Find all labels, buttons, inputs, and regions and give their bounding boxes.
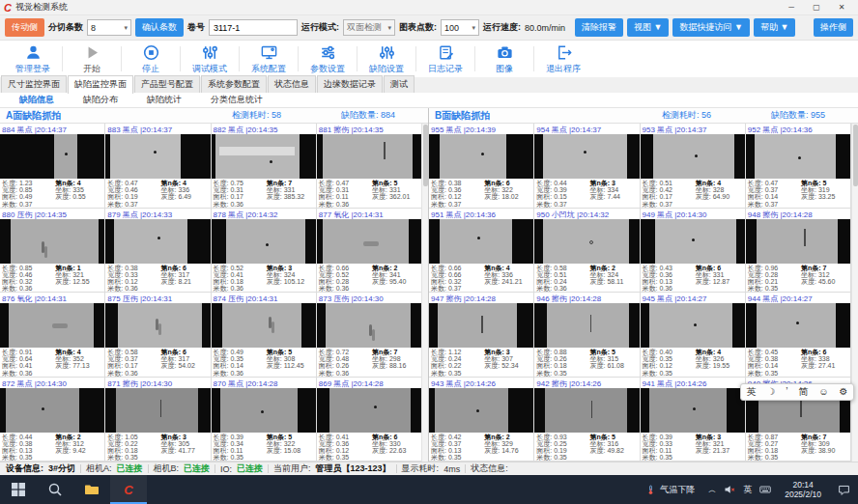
defect-cell-882[interactable]: 882 黑点 |20:14:35长度: 0.75宽度: 0.31面积: 0.17… bbox=[212, 124, 317, 209]
defect-cell-951[interactable]: 951 黑点 |20:14:36长度: 0.66宽度: 0.66面积: 0.32… bbox=[429, 209, 534, 294]
ime-lang-toggle[interactable]: 英 bbox=[746, 384, 756, 400]
defect-cell-883[interactable]: 883 黑点 |20:14:37长度: 0.47宽度: 0.46面积: 0.19… bbox=[105, 124, 211, 209]
ime-halfwidth-toggle[interactable]: ☽ bbox=[766, 384, 775, 400]
defect-cell-949[interactable]: 949 黑点 |20:14:30长度: 0.43宽度: 0.36面积: 0.13… bbox=[641, 209, 746, 294]
scrollbar-thumb[interactable] bbox=[853, 125, 858, 186]
confirm-count-button[interactable]: 确认条数 bbox=[135, 18, 184, 37]
tab-5[interactable]: 状态信息 bbox=[268, 75, 316, 93]
taskbar-app-button[interactable]: C bbox=[110, 475, 147, 504]
defect-cell-945[interactable]: 945 黑点 |20:14:27长度: 0.40宽度: 0.35面积: 0.12… bbox=[641, 293, 746, 378]
action-log-button[interactable]: 日志记录 bbox=[416, 42, 474, 75]
defect-cell-877[interactable]: 877 氧化 |20:14:31长度: 0.66宽度: 0.52面积: 0.28… bbox=[317, 209, 422, 294]
subtab-2[interactable]: 缺陷分布 bbox=[75, 92, 126, 108]
ime-punctuation-toggle[interactable]: ’ bbox=[786, 384, 787, 400]
drive-side-button[interactable]: 传动侧 bbox=[5, 18, 44, 37]
roll-input[interactable] bbox=[209, 19, 298, 36]
defect-metrics-right: 第n条: 5坐标: 331灰度: 362.01 bbox=[372, 180, 419, 208]
subtab-4[interactable]: 分类信息统计 bbox=[203, 92, 271, 108]
action-camera-button[interactable]: 图像 bbox=[475, 42, 533, 75]
slit-count-select[interactable]: 8 bbox=[87, 19, 131, 36]
defect-cell-944[interactable]: 944 黑点 |20:14:27长度: 0.45宽度: 0.38面积: 0.14… bbox=[746, 293, 851, 378]
taskbar-clock[interactable]: 20:14 2025/2/10 bbox=[777, 480, 829, 499]
minimize-button[interactable]: ─ bbox=[779, 0, 804, 14]
ime-settings-icon[interactable]: ⚙ bbox=[839, 384, 847, 400]
defect-cell-941[interactable]: 941 黑点 |20:14:26长度: 0.39宽度: 0.33面积: 0.11… bbox=[641, 378, 746, 462]
view-menu-button[interactable]: 视图 ▼ bbox=[627, 18, 669, 37]
action-exit-button[interactable]: 退出程序 bbox=[534, 42, 592, 75]
notification-center-button[interactable] bbox=[829, 475, 858, 504]
defect-cell-874[interactable]: 874 压伤 |20:14:31长度: 0.49宽度: 0.35面积: 0.14… bbox=[212, 293, 317, 378]
defect-cell-943[interactable]: 943 黑点 |20:14:26长度: 0.42宽度: 0.37面积: 0.13… bbox=[429, 378, 534, 462]
defect-cell-873[interactable]: 873 压伤 |20:14:30长度: 0.72宽度: 0.48面积: 0.26… bbox=[317, 293, 422, 378]
defect-cell-948[interactable]: 948 擦伤 |20:14:28长度: 0.96宽度: 0.28面积: 0.21… bbox=[746, 209, 851, 294]
panel-scrollbar[interactable] bbox=[851, 124, 858, 462]
action-play-button[interactable]: 开始 bbox=[63, 42, 121, 75]
metric-coord: 坐标: 319 bbox=[801, 186, 848, 193]
tab-1[interactable]: 尺寸监控界面 bbox=[1, 75, 67, 93]
data-access-menu-button[interactable]: 数据快捷访问 ▼ bbox=[672, 18, 749, 37]
tab-6[interactable]: 边缘数据记录 bbox=[317, 75, 383, 93]
tab-3[interactable]: 产品型号配置 bbox=[134, 75, 200, 93]
metric-m: 米数: 0.36 bbox=[536, 285, 589, 292]
ime-language-indicator[interactable]: 英 bbox=[743, 484, 752, 496]
defect-cell-869[interactable]: 869 黑点 |20:14:28长度: 0.41宽度: 0.36面积: 0.12… bbox=[317, 378, 422, 462]
scrollbar-thumb[interactable] bbox=[423, 125, 428, 186]
subtab-1[interactable]: 缺陷信息 bbox=[12, 92, 62, 108]
defect-cell-875[interactable]: 875 压伤 |20:14:31长度: 0.58宽度: 0.37面积: 0.17… bbox=[105, 293, 211, 378]
action-user-button[interactable]: 管理登录 bbox=[4, 42, 62, 75]
defect-cell-942[interactable]: 942 擦伤 |20:14:26长度: 0.93宽度: 0.25面积: 0.19… bbox=[534, 378, 640, 462]
defect-image bbox=[534, 134, 639, 179]
defect-cell-884[interactable]: 884 黑点 |20:14:37长度: 1.23宽度: 0.85面积: 0.49… bbox=[0, 124, 105, 209]
defect-cell-870[interactable]: 870 黑点 |20:14:28长度: 0.39宽度: 0.34面积: 0.11… bbox=[212, 378, 317, 462]
volume-muted-icon[interactable] bbox=[724, 484, 735, 495]
taskbar-explorer-button[interactable] bbox=[73, 475, 110, 504]
metric-coord: 坐标: 312 bbox=[801, 271, 848, 278]
taskbar-weather-widget[interactable]: 气温下降 bbox=[638, 475, 702, 504]
defect-cell-955[interactable]: 955 黑点 |20:14:39长度: 0.38宽度: 0.36面积: 0.12… bbox=[429, 124, 534, 209]
defect-cell-879[interactable]: 879 黑点 |20:14:33长度: 0.38宽度: 0.33面积: 0.12… bbox=[105, 209, 211, 294]
tray-chevron-up-icon[interactable]: ︿ bbox=[708, 485, 716, 495]
maximize-button[interactable]: ▢ bbox=[804, 0, 829, 14]
defect-cell-950[interactable]: 950 小凹坑 |20:14:32长度: 0.58宽度: 0.51面积: 0.2… bbox=[534, 209, 640, 294]
defect-info: 长度: 0.42宽度: 0.37面积: 0.13米数: 0.35第n条: 2坐标… bbox=[429, 433, 533, 462]
defect-metrics-left: 长度: 0.38宽度: 0.33面积: 0.12米数: 0.36 bbox=[107, 265, 160, 293]
defect-cell-881[interactable]: 881 擦伤 |20:14:35长度: 0.47宽度: 0.31面积: 0.11… bbox=[317, 124, 422, 209]
ime-emoji-button[interactable]: ☺ bbox=[818, 384, 828, 400]
tab-2[interactable]: 缺陷监控界面 bbox=[68, 75, 133, 94]
defect-info: 长度: 0.58宽度: 0.37面积: 0.17米数: 0.36第n条: 6坐标… bbox=[105, 348, 210, 377]
metric-coord: 坐标: 309 bbox=[801, 440, 848, 447]
defect-cell-946[interactable]: 946 擦伤 |20:14:28长度: 0.88宽度: 0.26面积: 0.18… bbox=[534, 293, 640, 378]
camera-b-label: 相机B: bbox=[154, 462, 180, 475]
taskbar-search-button[interactable] bbox=[37, 475, 73, 504]
tab-7[interactable]: 测试 bbox=[384, 75, 415, 93]
action-monitor-button[interactable]: 系统配置 bbox=[240, 42, 298, 75]
metric-gray: 灰度: 27.41 bbox=[801, 362, 848, 369]
ime-simplified-toggle[interactable]: 简 bbox=[798, 384, 808, 400]
action-defect-button[interactable]: 缺陷设置 bbox=[358, 42, 415, 75]
notification-icon bbox=[838, 484, 850, 496]
action-params-button[interactable]: 参数设置 bbox=[299, 42, 357, 75]
action-debug-button[interactable]: 调试模式 bbox=[181, 42, 239, 75]
defect-cell-952[interactable]: 952 黑点 |20:14:36长度: 0.47宽度: 0.37面积: 0.14… bbox=[746, 124, 851, 209]
defect-cell-878[interactable]: 878 黑点 |20:14:32长度: 0.52宽度: 0.41面积: 0.18… bbox=[212, 209, 317, 294]
clear-alarm-button[interactable]: 清除报警 bbox=[575, 18, 623, 37]
start-button[interactable] bbox=[0, 475, 37, 504]
close-button[interactable]: ✕ bbox=[829, 0, 854, 14]
subtab-3[interactable]: 缺陷统计 bbox=[139, 92, 189, 108]
panel-scrollbar[interactable] bbox=[421, 124, 428, 462]
defect-cell-871[interactable]: 871 擦伤 |20:14:30长度: 1.05宽度: 0.22面积: 0.18… bbox=[105, 378, 211, 462]
tab-4[interactable]: 系统参数配置 bbox=[201, 75, 267, 93]
chart-points-select[interactable]: 100 bbox=[441, 19, 479, 36]
defect-cell-947[interactable]: 947 擦伤 |20:14:28长度: 1.12宽度: 0.24面积: 0.22… bbox=[429, 293, 534, 378]
defect-cell-880[interactable]: 880 压伤 |20:14:35长度: 0.85宽度: 0.46面积: 0.32… bbox=[0, 209, 105, 294]
defect-cell-953[interactable]: 953 黑点 |20:14:37长度: 0.51宽度: 0.42面积: 0.17… bbox=[641, 124, 746, 209]
defect-cell-876[interactable]: 876 氧化 |20:14:31长度: 0.91宽度: 0.64面积: 0.41… bbox=[0, 293, 105, 378]
defect-cell-872[interactable]: 872 黑点 |20:14:30长度: 0.44宽度: 0.38面积: 0.13… bbox=[0, 378, 105, 462]
action-stop-button[interactable]: 停止 bbox=[122, 42, 180, 75]
help-menu-button[interactable]: 帮助 ▼ bbox=[754, 18, 795, 37]
defect-cell-954[interactable]: 954 黑点 |20:14:37长度: 0.44宽度: 0.39面积: 0.15… bbox=[534, 124, 640, 209]
operate-side-button[interactable]: 操作侧 bbox=[814, 18, 853, 37]
metric-coord: 坐标: 329 bbox=[484, 440, 531, 447]
touch-keyboard-icon[interactable] bbox=[759, 484, 771, 495]
run-mode-select[interactable]: 双面检测 bbox=[343, 19, 395, 36]
